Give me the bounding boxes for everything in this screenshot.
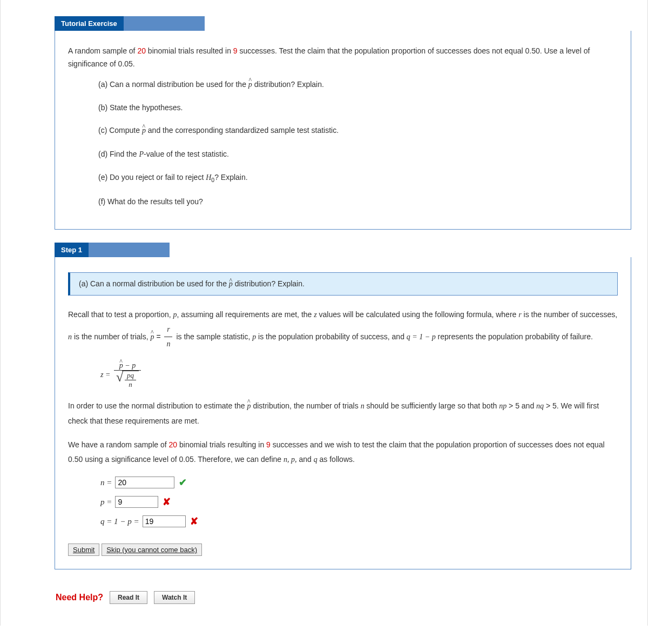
part-e: (e) Do you reject or fail to reject H0? … [98, 171, 618, 185]
tutorial-body: A random sample of 20 binomial trials re… [55, 31, 631, 230]
step-chip-tail [89, 243, 170, 257]
part-f: (f) What do the results tell you? [98, 196, 618, 207]
input-p[interactable] [115, 496, 158, 508]
help-label: Need Help? [56, 593, 103, 602]
input-row-q: q = 1 − p = ✘ [100, 515, 618, 527]
submit-button[interactable]: Submit [68, 544, 99, 556]
watch-it-button[interactable]: Watch It [154, 591, 195, 604]
phat-symbol: p [151, 330, 154, 345]
step-para-3: We have a random sample of 20 binomial t… [68, 438, 618, 467]
tutorial-parts: (a) Can a normal distribution be used fo… [98, 78, 618, 208]
input-n[interactable] [115, 477, 174, 488]
input-row-p: p = ✘ [100, 496, 618, 508]
part-d: (d) Find the P-value of the test statist… [98, 148, 618, 160]
tutorial-chip: Tutorial Exercise [55, 16, 124, 31]
value-trials: 20 [137, 46, 146, 55]
part-a: (a) Can a normal distribution be used fo… [98, 78, 618, 91]
phat-symbol: p [248, 79, 252, 91]
part-c: (c) Compute p and the corresponding stan… [98, 124, 618, 137]
step-callout: (a) Can a normal distribution be used fo… [68, 272, 618, 296]
label-n: n = [100, 478, 112, 487]
value-trials: 20 [169, 440, 178, 449]
step-para-2: In order to use the normal distribution … [68, 399, 618, 428]
part-b: (b) State the hypotheses. [98, 102, 618, 113]
phat-symbol: p [142, 125, 146, 137]
step-header: Step 1 [55, 243, 631, 257]
skip-button[interactable]: Skip (you cannot come back) [102, 544, 202, 556]
tutorial-header: Tutorial Exercise [55, 16, 631, 31]
step-buttons: Submit Skip (you cannot come back) [68, 544, 618, 556]
tutorial-chip-tail [124, 16, 205, 31]
step-para-1: Recall that to test a proportion, p, ass… [68, 307, 618, 352]
read-it-button[interactable]: Read It [110, 591, 147, 604]
phat-symbol: p [229, 280, 233, 289]
help-row: Need Help? Read It Watch It [56, 591, 647, 604]
label-p: p = [100, 498, 112, 507]
step-chip: Step 1 [55, 243, 89, 257]
cross-icon: ✘ [163, 496, 171, 508]
label-q: q = 1 − p = [100, 517, 139, 526]
input-group: n = ✔ p = ✘ q = 1 − p = ✘ [100, 477, 618, 527]
input-q[interactable] [143, 515, 186, 527]
input-row-n: n = ✔ [100, 477, 618, 488]
value-successes: 9 [233, 46, 238, 55]
cross-icon: ✘ [190, 515, 198, 527]
z-formula: z = p − p √ pq n [100, 361, 618, 389]
value-successes: 9 [266, 440, 271, 449]
phat-symbol: p [247, 399, 251, 414]
check-icon: ✔ [179, 477, 187, 488]
step-body: (a) Can a normal distribution be used fo… [55, 257, 631, 569]
tutorial-prompt: A random sample of 20 binomial trials re… [68, 45, 618, 71]
